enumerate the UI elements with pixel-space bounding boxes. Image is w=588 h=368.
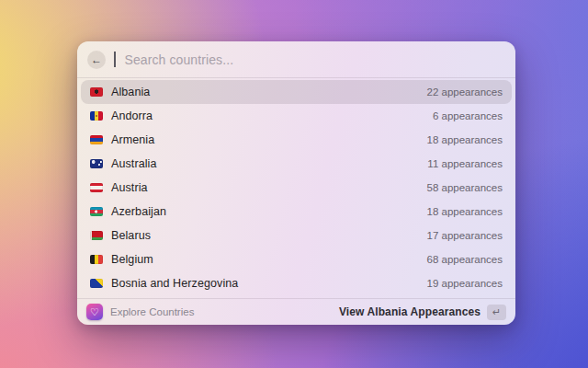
country-name: Belarus — [111, 229, 151, 242]
list-item-armenia[interactable]: Armenia 18 appearances — [81, 128, 512, 152]
country-name: Bosnia and Herzegovina — [111, 277, 238, 290]
list-item-austria[interactable]: Austria 58 appearances — [81, 176, 512, 200]
appearance-count: 68 appearances — [427, 254, 503, 265]
extension-name: Explore Countries — [110, 306, 194, 317]
flag-icon — [90, 279, 103, 288]
list-item-albania[interactable]: Albania 22 appearances — [81, 80, 512, 104]
appearance-count: 58 appearances — [427, 182, 503, 193]
list-item-andorra[interactable]: Andorra 6 appearances — [81, 104, 512, 128]
back-arrow-icon: ← — [91, 53, 102, 66]
flag-icon — [90, 135, 103, 144]
primary-action[interactable]: View Albania Appearances ↵ — [339, 305, 506, 320]
list-item-bosnia-and-herzegovina[interactable]: Bosnia and Herzegovina 19 appearances — [81, 271, 512, 295]
country-list: Albania 22 appearances Andorra 6 appeara… — [77, 78, 515, 298]
primary-action-label: View Albania Appearances — [339, 305, 481, 318]
flag-icon — [90, 159, 103, 168]
search-bar: ← Search countries... — [77, 41, 515, 78]
flag-icon — [90, 111, 103, 121]
return-key-icon: ↵ — [492, 306, 501, 318]
appearance-count: 19 appearances — [427, 278, 503, 289]
list-item-australia[interactable]: Australia 11 appearances — [81, 152, 512, 176]
country-name: Australia — [111, 157, 157, 170]
country-name: Austria — [111, 181, 148, 194]
flag-icon — [90, 183, 103, 192]
appearance-count: 6 appearances — [433, 110, 503, 121]
appearance-count: 18 appearances — [427, 206, 503, 217]
extension-icon: ♡ — [86, 304, 103, 320]
appearance-count: 11 appearances — [427, 158, 503, 169]
list-item-azerbaijan[interactable]: Azerbaijan 18 appearances — [81, 200, 512, 224]
heart-icon: ♡ — [90, 307, 99, 317]
flag-icon — [90, 255, 103, 264]
flag-icon — [90, 87, 103, 97]
list-item-belarus[interactable]: Belarus 17 appearances — [81, 224, 512, 247]
country-name: Albania — [111, 86, 150, 98]
country-name: Azerbaijan — [111, 205, 166, 218]
footer-bar: ♡ Explore Countries View Albania Appeara… — [77, 298, 515, 325]
command-palette-window: ← Search countries... Albania 22 appeara… — [77, 41, 515, 325]
back-button[interactable]: ← — [87, 51, 106, 69]
country-name: Belgium — [111, 253, 153, 266]
country-name: Armenia — [111, 133, 154, 146]
appearance-count: 22 appearances — [427, 86, 503, 98]
flag-icon — [90, 207, 103, 216]
list-item-belgium[interactable]: Belgium 68 appearances — [81, 247, 512, 271]
flag-icon — [90, 231, 103, 240]
appearance-count: 17 appearances — [427, 230, 503, 241]
appearance-count: 18 appearances — [427, 134, 503, 145]
country-name: Andorra — [111, 109, 153, 122]
search-input[interactable]: Search countries... — [125, 52, 234, 67]
text-cursor — [114, 52, 116, 67]
return-key-badge: ↵ — [487, 305, 506, 320]
